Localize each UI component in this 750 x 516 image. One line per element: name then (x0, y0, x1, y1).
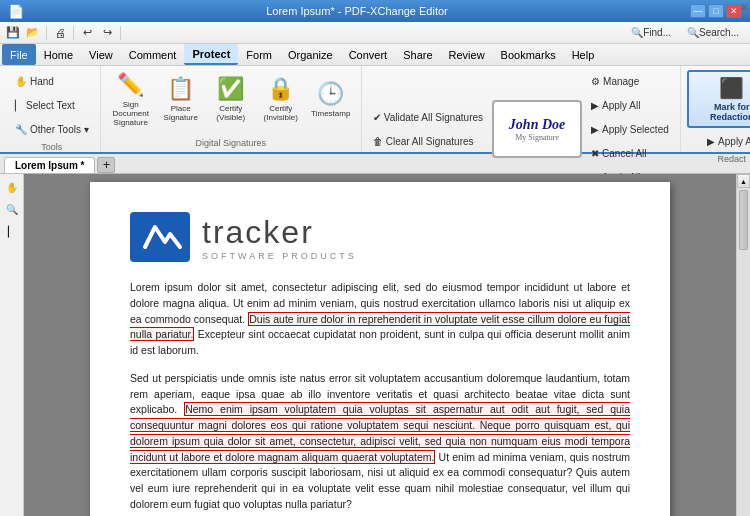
find-button[interactable]: 🔍 Find... (624, 24, 678, 42)
cancel-all-label: Cancel All (602, 148, 646, 159)
signature-label: My Signature (515, 133, 559, 142)
ribbon-group-digital-signatures: ✏️ SignDocumentSignature 📋 PlaceSignatur… (101, 66, 362, 152)
redact-apply-icon: ▶ (707, 136, 715, 147)
hand-icon: ✋ (15, 76, 27, 87)
separator (120, 26, 121, 40)
sign-document-label: SignDocumentSignature (113, 100, 149, 127)
place-icon: 📋 (167, 76, 194, 102)
highlight-2: Nemo enim ipsam voluptatem quia voluptas… (130, 402, 630, 463)
doc-paragraph-1: Lorem ipsum dolor sit amet, consectetur … (130, 280, 630, 359)
logo-text: tracker SOFTWARE PRODUCTS (202, 214, 357, 261)
certify-visible-button[interactable]: ✅ Certify(Visible) (207, 70, 255, 128)
select-tool[interactable]: ▏ (2, 221, 22, 241)
redo-button[interactable]: ↪ (98, 24, 116, 42)
place-signature-label: PlaceSignature (164, 104, 198, 122)
signature-name: John Doe (509, 117, 565, 133)
manage-button[interactable]: ⚙ Manage (586, 70, 674, 92)
tab-close-button[interactable]: ✕ (740, 2, 748, 13)
menu-comment[interactable]: Comment (121, 44, 185, 65)
tab-lorem-ipsum[interactable]: Lorem Ipsum * ✕ (4, 157, 95, 173)
app-icon: 📄 (8, 4, 24, 19)
redact-apply-label: Apply All (718, 136, 750, 147)
redaction-icon: ⬛ (719, 76, 744, 100)
apply-selected-button[interactable]: ▶ Apply Selected (586, 118, 674, 140)
manage-label: Manage (603, 76, 639, 87)
menu-bookmarks[interactable]: Bookmarks (493, 44, 564, 65)
other-tools-button[interactable]: 🔧 Other Tools ▾ (10, 118, 94, 140)
apply-all-button[interactable]: ▶ Apply All (586, 94, 674, 116)
open-button[interactable]: 📂 (24, 24, 42, 42)
title-bar: 📄 Lorem Ipsum* - PDF-XChange Editor — □ … (0, 0, 750, 22)
certify-invisible-button[interactable]: 🔒 Certify(Invisible) (257, 70, 305, 128)
menu-protect[interactable]: Protect (184, 44, 238, 65)
doc-paragraph-2: Sed ut perspiciatis unde omnis iste natu… (130, 371, 630, 513)
ribbon-group-tools: ✋ Hand ▏ Select Text 🔧 Other Tools ▾ Too… (4, 66, 101, 152)
tab-label: Lorem Ipsum * (15, 160, 84, 171)
cursor-icon: ▏ (15, 100, 23, 111)
tracker-logo-icon (130, 212, 190, 262)
save-button[interactable]: 💾 (4, 24, 22, 42)
menu-organize[interactable]: Organize (280, 44, 341, 65)
scroll-thumb[interactable] (739, 190, 748, 250)
apply-all-label: Apply All (602, 100, 640, 111)
validate-all-label: Validate All Signatures (384, 112, 483, 123)
logo-brand: tracker (202, 214, 357, 251)
timestamp-icon: 🕒 (317, 81, 344, 107)
title-bar-left: 📄 (8, 4, 24, 19)
menu-bar: File Home View Comment Protect Form Orga… (0, 44, 750, 66)
ribbon-group-signatures: ✔ Validate All Signatures 🗑 Clear All Si… (362, 66, 681, 152)
menu-share[interactable]: Share (395, 44, 440, 65)
hand-tool-button[interactable]: ✋ Hand (10, 70, 59, 92)
minimize-button[interactable]: — (690, 4, 706, 18)
my-signature-box[interactable]: John Doe My Signature (492, 100, 582, 158)
clear-icon: 🗑 (373, 136, 383, 147)
document-scroll-area[interactable]: tracker SOFTWARE PRODUCTS Lorem ipsum do… (24, 174, 736, 516)
menu-form[interactable]: Form (238, 44, 280, 65)
logo-area: tracker SOFTWARE PRODUCTS (130, 212, 630, 262)
mark-redaction-button[interactable]: ⬛ Mark for Redaction (687, 70, 750, 128)
menu-review[interactable]: Review (441, 44, 493, 65)
select-text-label: Select Text (26, 100, 75, 111)
timestamp-button[interactable]: 🕒 Timestamp (307, 70, 355, 128)
cancel-all-button[interactable]: ✖ Cancel All (586, 142, 674, 164)
left-tools-panel: ✋ 🔍 ▏ (0, 174, 24, 516)
quick-toolbar: 💾 📂 🖨 ↩ ↪ 🔍 Find... 🔍 Search... (0, 22, 750, 44)
highlight-1: Duis aute irure dolor in reprehenderit i… (130, 312, 630, 342)
certify-invisible-label: Certify(Invisible) (264, 104, 298, 122)
menu-convert[interactable]: Convert (341, 44, 396, 65)
scroll-up-button[interactable]: ▲ (737, 174, 750, 188)
search-button[interactable]: 🔍 Search... (680, 24, 746, 42)
undo-button[interactable]: ↩ (78, 24, 96, 42)
place-signature-button[interactable]: 📋 PlaceSignature (157, 70, 205, 128)
vertical-scrollbar[interactable]: ▲ ▼ (736, 174, 750, 516)
validate-all-button[interactable]: ✔ Validate All Signatures (368, 106, 488, 128)
logo-subtitle: SOFTWARE PRODUCTS (202, 251, 357, 261)
ribbon-group-redact: ⬛ Mark for Redaction ▶ Apply All Redact (681, 66, 750, 152)
print-button[interactable]: 🖨 (51, 24, 69, 42)
certify-visible-icon: ✅ (217, 76, 244, 102)
menu-home[interactable]: Home (36, 44, 81, 65)
sign-document-button[interactable]: ✏️ SignDocumentSignature (107, 70, 155, 128)
main-content: ✋ 🔍 ▏ tracker SOFTWARE PRODUCTS (0, 174, 750, 516)
menu-help[interactable]: Help (564, 44, 603, 65)
apply-all-icon: ▶ (591, 100, 599, 111)
tools-icon: 🔧 (15, 124, 27, 135)
clear-all-label: Clear All Signatures (386, 136, 474, 147)
window-controls: — □ ✕ (690, 4, 742, 18)
separator (73, 26, 74, 40)
other-tools-label: Other Tools ▾ (30, 124, 89, 135)
clear-all-button[interactable]: 🗑 Clear All Signatures (368, 130, 488, 152)
digital-signatures-label: Digital Signatures (195, 136, 266, 148)
certify-visible-label: Certify(Visible) (216, 104, 245, 122)
timestamp-label: Timestamp (311, 109, 350, 118)
menu-file[interactable]: File (2, 44, 36, 65)
select-text-button[interactable]: ▏ Select Text (10, 94, 80, 116)
maximize-button[interactable]: □ (708, 4, 724, 18)
separator (46, 26, 47, 40)
hand-tool[interactable]: ✋ (2, 177, 22, 197)
scroll-track[interactable] (737, 188, 750, 516)
menu-view[interactable]: View (81, 44, 121, 65)
zoom-tool[interactable]: 🔍 (2, 199, 22, 219)
redact-apply-all-button[interactable]: ▶ Apply All (702, 130, 750, 152)
tab-add-button[interactable]: + (97, 157, 115, 173)
